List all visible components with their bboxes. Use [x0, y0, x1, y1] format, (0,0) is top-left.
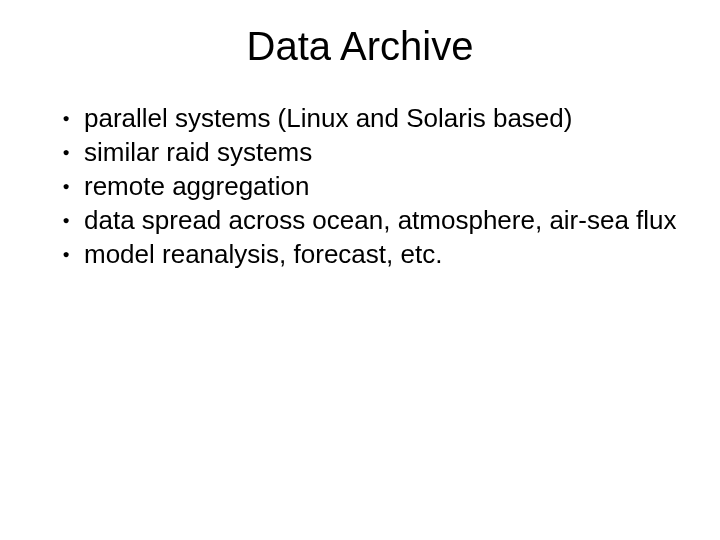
list-item-text: parallel systems (Linux and Solaris base…	[84, 101, 572, 135]
bullet-icon: ●	[48, 203, 84, 237]
bullet-list: ● parallel systems (Linux and Solaris ba…	[0, 101, 720, 271]
list-item: ● similar raid systems	[48, 135, 688, 169]
list-item: ● model reanalysis, forecast, etc.	[48, 237, 688, 271]
bullet-icon: ●	[48, 101, 84, 135]
bullet-icon: ●	[48, 135, 84, 169]
list-item-text: similar raid systems	[84, 135, 312, 169]
list-item: ● remote aggregation	[48, 169, 688, 203]
list-item-text: data spread across ocean, atmosphere, ai…	[84, 203, 677, 237]
slide: Data Archive ● parallel systems (Linux a…	[0, 0, 720, 540]
list-item-text: model reanalysis, forecast, etc.	[84, 237, 442, 271]
list-item: ● data spread across ocean, atmosphere, …	[48, 203, 688, 237]
bullet-icon: ●	[48, 237, 84, 271]
list-item-text: remote aggregation	[84, 169, 309, 203]
bullet-icon: ●	[48, 169, 84, 203]
list-item: ● parallel systems (Linux and Solaris ba…	[48, 101, 688, 135]
slide-title: Data Archive	[0, 0, 720, 101]
